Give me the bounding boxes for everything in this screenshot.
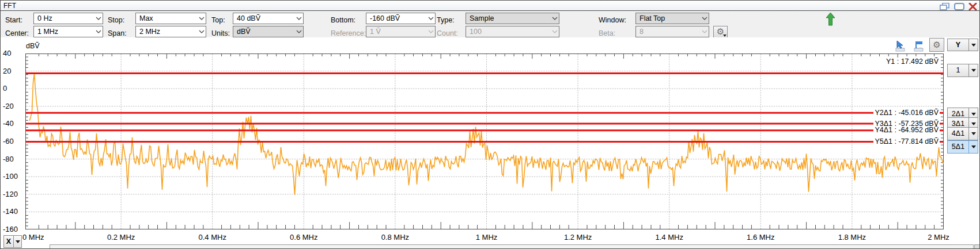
- y-tick-label: -100: [3, 172, 24, 181]
- chevron-down-icon: [723, 35, 727, 37]
- y-tick-label: -140: [3, 207, 24, 216]
- restore-icon[interactable]: [940, 2, 950, 10]
- chevron-down-icon: [968, 39, 978, 51]
- cursor-value-label-5[interactable]: Y5Δ1 : -77.814 dBṼ: [873, 137, 940, 146]
- window-fn-combobox[interactable]: Flat Top: [635, 13, 709, 24]
- spectrum-chart-panel: dBṼ ⚙ Y 40200-20-40-60-80-100-120-140-16…: [1, 37, 979, 249]
- chevron-down-icon: [968, 141, 978, 153]
- y-tick-label: -160: [3, 225, 24, 233]
- cursor-button-4d1[interactable]: 4Δ1: [947, 127, 978, 140]
- x-tick-label: 1 MHz: [476, 233, 498, 242]
- y-axis-unit: dBṼ: [26, 42, 40, 50]
- close-icon[interactable]: [968, 2, 979, 10]
- y-tick-label: -40: [3, 119, 24, 128]
- horizontal-scrollbar[interactable]: [50, 244, 974, 249]
- top-label: Top:: [211, 14, 225, 26]
- start-label: Start:: [5, 14, 22, 26]
- chevron-down-icon: [968, 128, 978, 140]
- units-combobox[interactable]: dBṼ: [233, 26, 304, 37]
- x-tick-label: 1.6 MHz: [747, 233, 774, 242]
- x-tick-label: 2 MHz: [928, 233, 949, 242]
- y-tick-label: -120: [3, 190, 24, 198]
- top-combobox[interactable]: 40 dBṼ: [233, 13, 304, 24]
- beta-combobox: 8: [635, 26, 709, 37]
- plot-svg[interactable]: [25, 53, 944, 229]
- green-up-arrow-icon[interactable]: [826, 13, 835, 28]
- start-combobox[interactable]: 0 Hz: [33, 13, 103, 24]
- x-tick-label: 0.6 MHz: [290, 233, 317, 242]
- x-tick-label: 1.4 MHz: [655, 233, 683, 242]
- reference-combobox: 1 Ṽ: [366, 26, 436, 37]
- cursor-value-label-4[interactable]: Y4Δ1 : -64.952 dBṼ: [873, 126, 940, 135]
- bottom-label: Bottom:: [331, 14, 355, 26]
- y-tick-label: -80: [3, 155, 24, 163]
- fft-window: FFT Start: 0 Hz Stop: Max Top: 40 dBṼ Bo…: [0, 0, 980, 249]
- chevron-down-icon: [968, 64, 978, 76]
- maximize-icon[interactable]: [954, 2, 964, 10]
- cursor-value-label-2[interactable]: Y2Δ1 : -45.016 dBṼ: [873, 109, 940, 117]
- x-axis-selector-button[interactable]: X: [3, 235, 22, 248]
- x-tick-label: 0.2 MHz: [107, 233, 135, 242]
- window-title: FFT: [3, 2, 16, 10]
- center-combobox[interactable]: 1 MHz: [33, 26, 103, 37]
- cursor-button-5d1[interactable]: 5Δ1: [947, 140, 978, 154]
- x-tick-label: 1.2 MHz: [564, 233, 592, 242]
- cursor-button-1[interactable]: 1: [947, 64, 978, 77]
- type-label: Type:: [437, 14, 455, 26]
- y-tick-label: 0: [3, 84, 24, 93]
- window-fn-label: Window:: [599, 14, 626, 26]
- scrollbar-end-cap[interactable]: [974, 244, 980, 249]
- count-combobox: 100: [466, 26, 559, 37]
- type-combobox[interactable]: Sample: [466, 13, 559, 24]
- bottom-combobox[interactable]: -160 dBṼ: [366, 13, 436, 24]
- chevron-down-icon: [13, 236, 21, 247]
- x-tick-label: 1.8 MHz: [838, 233, 866, 242]
- y-tick-label: -20: [3, 102, 24, 110]
- stop-combobox[interactable]: Max: [135, 13, 206, 24]
- y-tick-label: 40: [3, 49, 24, 58]
- pointer-tool-icon[interactable]: [894, 40, 907, 54]
- cursor-value-label-1[interactable]: Y1 : 17.492 dBṼ: [885, 58, 940, 66]
- x-tick-label: 0 MHz: [22, 233, 44, 242]
- gear-icon: ⚙: [933, 41, 940, 49]
- y-tick-label: -60: [3, 137, 24, 145]
- span-combobox[interactable]: 2 MHz: [135, 26, 206, 37]
- fft-settings-toolbar: Start: 0 Hz Stop: Max Top: 40 dBṼ Bottom…: [1, 11, 979, 37]
- chart-settings-gear-button[interactable]: ⚙: [929, 38, 944, 52]
- plot-area[interactable]: [25, 53, 944, 229]
- flag-ruler-tool-icon[interactable]: [912, 40, 926, 54]
- x-tick-label: 0.4 MHz: [198, 233, 226, 242]
- title-bar[interactable]: FFT: [1, 1, 979, 11]
- spectrum-options-gear-button[interactable]: ⚙: [713, 26, 728, 38]
- y-axis-selector-button[interactable]: Y: [947, 39, 978, 51]
- y-tick-label: 20: [3, 67, 24, 75]
- x-tick-label: 0.8 MHz: [381, 233, 409, 242]
- stop-label: Stop:: [108, 14, 124, 26]
